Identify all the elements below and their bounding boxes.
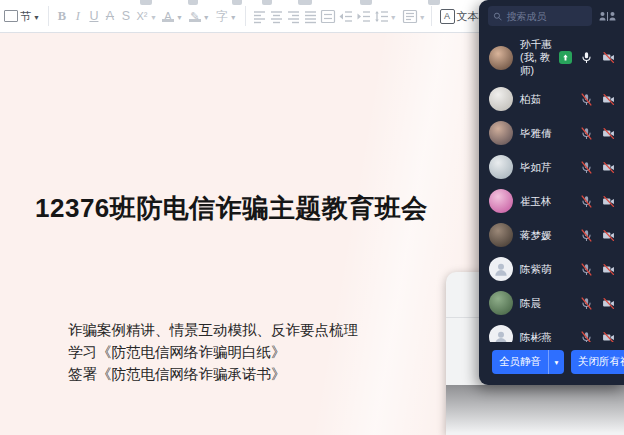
camera-off-icon[interactable] (601, 161, 616, 174)
distribute-text-button[interactable] (320, 9, 336, 24)
camera-off-icon[interactable] (601, 93, 616, 106)
member-status-icons (559, 51, 616, 64)
text-effects-icon: 字 (216, 8, 228, 25)
member-row[interactable]: 崔玉林 (479, 184, 624, 218)
member-name: 柏茹 (520, 93, 573, 106)
mute-all-label: 全员静音 (492, 355, 548, 369)
align-right-button[interactable] (286, 9, 301, 24)
camera-off-icon[interactable] (601, 229, 616, 242)
share-arrow-icon (561, 53, 570, 62)
slide-body-line: 诈骗案例精讲、情景互动模拟、反诈要点梳理 (68, 319, 358, 341)
avatar (489, 121, 513, 145)
member-status-icons (580, 263, 616, 276)
members-search-row (479, 0, 624, 31)
mic-icon[interactable] (580, 161, 593, 174)
camera-off-icon[interactable] (601, 297, 616, 310)
member-name: 毕雅倩 (520, 127, 573, 140)
slide-body-text: 诈骗案例精讲、情景互动模拟、反诈要点梳理 学习《防范电信网络诈骗明白纸》 签署《… (68, 319, 358, 385)
member-status-icons (580, 195, 616, 208)
mic-icon[interactable] (580, 229, 593, 242)
mute-all-button[interactable]: 全员静音 ▼ (492, 350, 564, 374)
members-footer: 全员静音 ▼ 关闭所有视频 ▼ (479, 342, 624, 385)
paragraph-settings-button[interactable] (402, 9, 418, 24)
camera-off-icon[interactable] (601, 195, 616, 208)
decrease-indent-button[interactable] (338, 9, 354, 24)
ribbon-cutoff-icon (232, 0, 242, 5)
camera-off-icon[interactable] (601, 127, 616, 140)
share-indicator (559, 51, 572, 64)
font-color-button[interactable]: A ▼ (159, 3, 186, 29)
chevron-down-icon: ▼ (33, 14, 40, 21)
mic-icon[interactable] (580, 195, 593, 208)
mic-icon[interactable] (580, 263, 593, 276)
member-row[interactable]: 蒋梦媛 (479, 218, 624, 252)
avatar (489, 155, 513, 179)
member-name: 崔玉林 (520, 195, 573, 208)
meeting-members-panel: 孙千惠 (我, 教师) (479, 0, 624, 385)
member-status-icons (580, 331, 616, 343)
member-status-icons (580, 229, 616, 242)
member-row[interactable]: 毕雅倩 (479, 116, 624, 150)
camera-off-icon[interactable] (601, 331, 616, 343)
highlight-color-button[interactable]: ✎ ▼ (186, 3, 213, 29)
member-search-box[interactable] (488, 6, 592, 26)
section-label: 节 (20, 9, 31, 24)
section-icon (4, 10, 18, 22)
member-search-input[interactable] (506, 11, 587, 22)
text-shadow-button[interactable]: S (118, 9, 134, 23)
ribbon-cutoff-icon (140, 0, 152, 5)
chevron-down-icon[interactable]: ▼ (548, 350, 564, 374)
member-row[interactable]: 陈晨 (479, 286, 624, 320)
member-row[interactable]: 孙千惠 (我, 教师) (479, 33, 624, 82)
text-effects-button[interactable]: 字 ▼ (213, 3, 240, 29)
align-justify-button[interactable] (303, 9, 318, 24)
increase-indent-button[interactable] (356, 9, 372, 24)
member-row[interactable]: 陈彬燕 (479, 320, 624, 342)
member-name: 陈晨 (520, 297, 573, 310)
mic-icon[interactable] (580, 297, 593, 310)
superscript-button[interactable]: X² (134, 10, 150, 22)
search-icon (493, 11, 502, 22)
member-row[interactable]: 柏茹 (479, 82, 624, 116)
mic-icon[interactable] (580, 51, 593, 64)
app-screen: 节 ▼ B I U A S X² ▼ A ▼ ✎ ▼ 字 ▼ (0, 0, 624, 435)
chevron-down-icon[interactable]: ▼ (419, 14, 426, 21)
mic-icon[interactable] (580, 93, 593, 106)
member-status-icons (580, 93, 616, 106)
bold-button[interactable]: B (54, 9, 70, 24)
member-status-icons (580, 127, 616, 140)
chevron-down-icon[interactable]: ▼ (150, 14, 157, 21)
member-row[interactable]: 毕如芹 (479, 150, 624, 184)
member-name: 蒋梦媛 (520, 229, 573, 242)
align-left-button[interactable] (252, 9, 267, 24)
line-spacing-button[interactable] (374, 9, 389, 24)
member-name: 孙千惠 (我, 教师) (520, 38, 552, 77)
member-sort-icon[interactable] (599, 10, 616, 23)
slide-body-line: 签署《防范电信网络诈骗承诺书》 (68, 363, 358, 385)
camera-off-icon[interactable] (601, 51, 616, 64)
underline-button[interactable]: U (86, 9, 102, 23)
member-name: 毕如芹 (520, 161, 573, 174)
mic-icon[interactable] (580, 127, 593, 140)
italic-button[interactable]: I (70, 9, 86, 24)
ribbon-cutoff-icon (360, 0, 372, 5)
avatar (489, 325, 513, 342)
font-color-icon: A (162, 11, 174, 22)
camera-off-icon[interactable] (601, 263, 616, 276)
align-center-button[interactable] (269, 9, 284, 24)
panel-shadow (446, 385, 624, 433)
member-name: 陈彬燕 (520, 331, 573, 343)
ribbon-cutoff-icon (428, 0, 440, 5)
strikethrough-button[interactable]: A (102, 9, 118, 23)
member-list: 孙千惠 (我, 教师) (479, 31, 624, 342)
member-row[interactable]: 陈紫萌 (479, 252, 624, 286)
slide-title: 12376班防电信诈骗主题教育班会 (35, 191, 428, 226)
ribbon-cutoff-icon (262, 0, 272, 5)
mic-icon[interactable] (580, 331, 593, 343)
toolbar-separator (431, 6, 432, 26)
section-button[interactable]: 节 ▼ (1, 3, 43, 29)
close-all-video-button[interactable]: 关闭所有视频 ▼ (571, 350, 624, 374)
avatar (489, 189, 513, 213)
chevron-down-icon[interactable]: ▼ (390, 14, 397, 21)
avatar (489, 257, 513, 281)
